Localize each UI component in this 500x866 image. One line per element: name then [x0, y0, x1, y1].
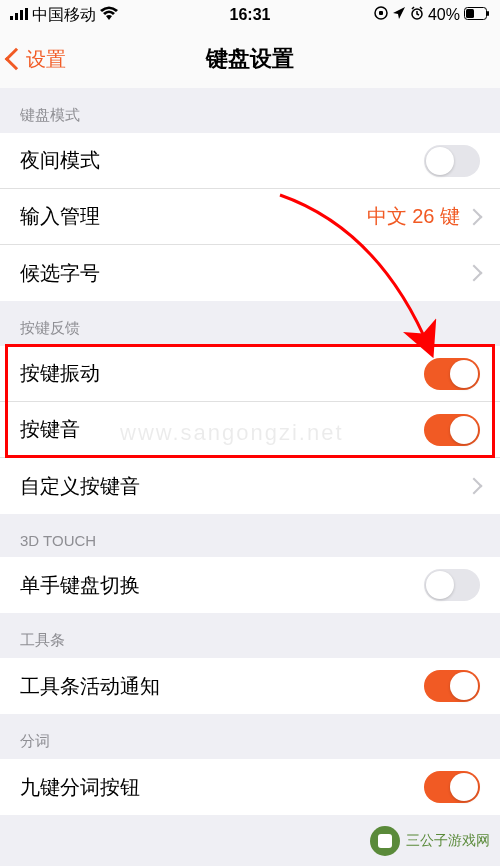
back-label: 设置: [26, 46, 66, 73]
row-toolbar-notification[interactable]: 工具条活动通知: [0, 658, 500, 714]
wifi-icon: [100, 6, 118, 24]
row-label: 九键分词按钮: [20, 774, 424, 801]
row-label: 工具条活动通知: [20, 673, 424, 700]
row-label: 自定义按键音: [20, 473, 468, 500]
row-label: 按键音: [20, 416, 424, 443]
battery-icon: [464, 6, 490, 24]
toggle-toolbar-notification[interactable]: [424, 670, 480, 702]
chevron-right-icon: [466, 208, 483, 225]
row-label: 输入管理: [20, 203, 367, 230]
watermark-logo-icon: [370, 826, 400, 856]
rotation-lock-icon: [374, 6, 388, 24]
svg-rect-1: [15, 13, 18, 20]
svg-rect-5: [379, 11, 383, 15]
status-bar: 中国移动 16:31 40%: [0, 0, 500, 30]
row-nine-segment[interactable]: 九键分词按钮: [0, 759, 500, 815]
row-candidate-size[interactable]: 候选字号: [0, 245, 500, 301]
section-header-feedback: 按键反馈: [0, 301, 500, 346]
status-left: 中国移动: [10, 5, 118, 26]
group-toolbar: 工具条活动通知: [0, 658, 500, 714]
section-header-mode: 键盘模式: [0, 88, 500, 133]
chevron-right-icon: [466, 265, 483, 282]
status-right: 40%: [374, 6, 490, 24]
carrier-text: 中国移动: [32, 5, 96, 26]
svg-rect-3: [25, 8, 28, 20]
location-icon: [392, 6, 406, 24]
nav-bar: 设置 键盘设置: [0, 30, 500, 88]
signal-icon: [10, 6, 28, 24]
chevron-left-icon: [5, 48, 28, 71]
row-label: 夜间模式: [20, 147, 424, 174]
row-label: 单手键盘切换: [20, 572, 424, 599]
svg-rect-0: [10, 16, 13, 20]
section-header-segment: 分词: [0, 714, 500, 759]
status-time: 16:31: [230, 6, 271, 24]
row-onehand-keyboard[interactable]: 单手键盘切换: [0, 557, 500, 613]
section-header-toolbar: 工具条: [0, 613, 500, 658]
watermark-text: 三公子游戏网: [406, 832, 490, 850]
alarm-icon: [410, 6, 424, 24]
group-segment: 九键分词按钮: [0, 759, 500, 815]
row-custom-key-sound[interactable]: 自定义按键音: [0, 458, 500, 514]
battery-text: 40%: [428, 6, 460, 24]
row-input-management[interactable]: 输入管理 中文 26 键: [0, 189, 500, 245]
row-label: 按键振动: [20, 360, 424, 387]
svg-rect-2: [20, 10, 23, 20]
row-label: 候选字号: [20, 260, 468, 287]
chevron-right-icon: [466, 478, 483, 495]
toggle-key-sound[interactable]: [424, 414, 480, 446]
svg-rect-8: [466, 9, 474, 18]
row-value: 中文 26 键: [367, 203, 460, 230]
row-key-vibration[interactable]: 按键振动: [0, 346, 500, 402]
toggle-night-mode[interactable]: [424, 145, 480, 177]
row-night-mode[interactable]: 夜间模式: [0, 133, 500, 189]
group-3dtouch: 单手键盘切换: [0, 557, 500, 613]
section-header-3dtouch: 3D TOUCH: [0, 514, 500, 557]
toggle-onehand[interactable]: [424, 569, 480, 601]
group-feedback: 按键振动 按键音 自定义按键音: [0, 346, 500, 514]
group-mode: 夜间模式 输入管理 中文 26 键 候选字号: [0, 133, 500, 301]
watermark: 三公子游戏网: [370, 826, 490, 856]
toggle-key-vibration[interactable]: [424, 358, 480, 390]
svg-rect-9: [487, 11, 489, 16]
row-key-sound[interactable]: 按键音: [0, 402, 500, 458]
page-title: 键盘设置: [206, 44, 294, 74]
toggle-nine-segment[interactable]: [424, 771, 480, 803]
back-button[interactable]: 设置: [8, 46, 66, 73]
